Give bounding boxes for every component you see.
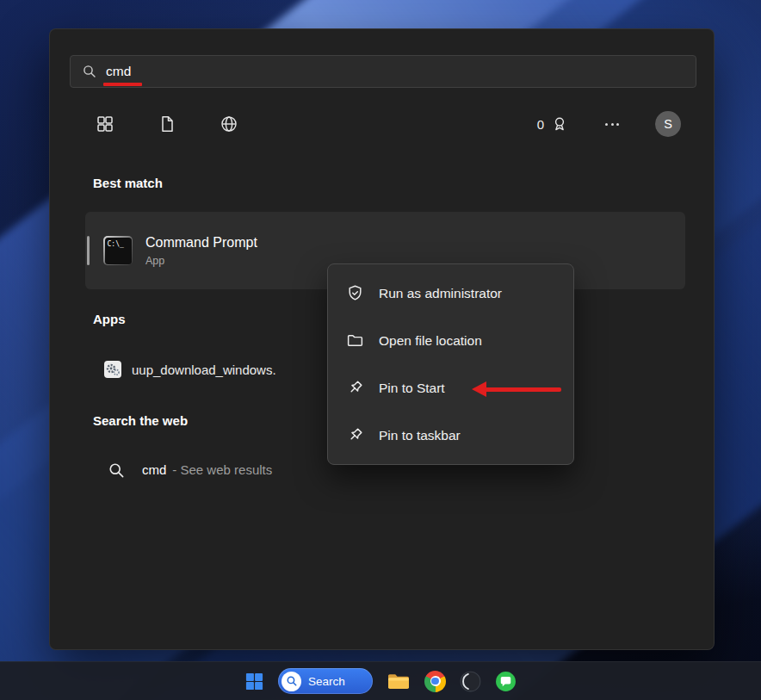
chat-icon[interactable]: [495, 671, 517, 692]
app-result-label: uup_download_windows.: [132, 362, 276, 377]
dark-browser-icon[interactable]: [460, 671, 481, 692]
avatar-initial: S: [664, 117, 672, 131]
apps-header: Apps: [93, 312, 126, 326]
pin-icon: [346, 426, 364, 444]
windows-start-icon[interactable]: [244, 672, 264, 691]
menu-item-open-file-location[interactable]: Open file location: [328, 317, 573, 364]
web-header: Search the web: [93, 413, 188, 428]
search-input[interactable]: [106, 64, 696, 79]
menu-item-pin-to-taskbar[interactable]: Pin to taskbar: [328, 412, 573, 459]
filter-icons: [93, 112, 241, 136]
menu-item-run-as-administrator[interactable]: Run as administrator: [328, 269, 573, 317]
web-suffix: - See web results: [172, 462, 272, 477]
taskbar: Search: [0, 661, 761, 700]
taskbar-search-button[interactable]: Search: [278, 668, 373, 694]
best-match-header: Best match: [93, 176, 163, 190]
arrow-shaft: [485, 387, 561, 392]
search-icon: [282, 672, 301, 691]
taskbar-search-label: Search: [308, 675, 345, 688]
shield-check-icon: [346, 284, 364, 302]
annotation-red-underline: [103, 83, 142, 86]
pin-icon: [346, 379, 364, 397]
search-icon: [108, 462, 125, 479]
annotation-red-arrow: [472, 381, 562, 397]
result-subtitle: App: [145, 255, 257, 267]
web-query: cmd: [142, 462, 166, 477]
context-menu: Run as administrator Open file location …: [327, 263, 574, 465]
more-options-button[interactable]: [602, 112, 622, 136]
file-explorer-icon[interactable]: [387, 672, 411, 691]
folder-icon: [346, 331, 364, 350]
command-prompt-icon: C:\_: [103, 236, 133, 265]
gears-app-icon: [103, 360, 122, 379]
medal-icon: [550, 115, 569, 133]
search-icon: [82, 64, 97, 79]
search-toolbar: 0 S: [93, 108, 681, 139]
selection-indicator: [87, 236, 90, 265]
rewards-count: 0: [537, 117, 544, 132]
document-icon[interactable]: [155, 112, 179, 136]
result-title: Command Prompt: [145, 235, 257, 251]
apps-grid-icon[interactable]: [93, 112, 117, 136]
globe-icon[interactable]: [217, 112, 241, 136]
rewards-button[interactable]: 0: [537, 115, 569, 133]
user-avatar[interactable]: S: [655, 111, 681, 137]
chrome-icon[interactable]: [424, 671, 446, 692]
search-box[interactable]: [70, 55, 696, 88]
